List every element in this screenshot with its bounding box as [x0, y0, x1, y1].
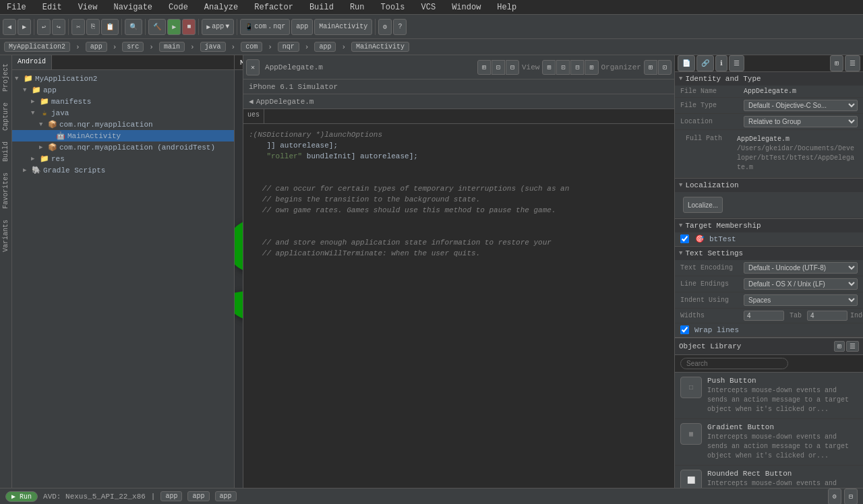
bttest-checkbox[interactable] [680, 234, 689, 243]
menu-file[interactable]: File [3, 1, 30, 13]
menu-run[interactable]: Run [346, 1, 369, 13]
nqr-module-btn[interactable]: nqr [278, 42, 299, 52]
toolbar-paste[interactable]: 📋 [101, 19, 119, 35]
side-tab-favorites[interactable]: Favorites [1, 167, 11, 214]
activity-selector[interactable]: app [291, 19, 313, 35]
side-tab-capture[interactable]: Capture [1, 97, 11, 136]
text-encoding-dropdown[interactable]: Default - Unicode (UTF-8) [744, 262, 858, 274]
run-status-btn[interactable]: ▶ Run [5, 491, 38, 502]
menu-vcs[interactable]: VCS [417, 1, 440, 13]
menu-build[interactable]: Build [305, 1, 338, 13]
folder-icon: 📁 [31, 86, 42, 94]
obj-library-search[interactable] [680, 358, 788, 369]
side-tab-build[interactable]: Build [1, 136, 11, 167]
tree-item-app[interactable]: ▼ 📁 app [12, 84, 234, 96]
status-term-btn[interactable]: ⊟ [844, 489, 858, 505]
toolbar-back[interactable]: ◀ [3, 19, 16, 35]
location-dropdown[interactable]: Relative to Group [744, 116, 858, 127]
wrap-lines-checkbox[interactable] [680, 325, 689, 334]
toolbar-redo[interactable]: ↪ [52, 19, 65, 35]
menu-navigate[interactable]: Navigate [109, 1, 156, 13]
tab-label: Tab [790, 312, 802, 319]
toolbar-settings[interactable]: ⚙ [378, 19, 392, 35]
left-tab-android[interactable]: Android [12, 55, 52, 69]
tree-item-package[interactable]: ▼ 📦 com.nqr.myapplication [12, 119, 234, 130]
main-module-btn[interactable]: main [159, 42, 185, 52]
tree-item-root[interactable]: ▼ 📁 MyApplication2 [12, 73, 234, 84]
com-module-btn[interactable]: com [241, 42, 262, 52]
device-selector[interactable]: 📱 com . nqr [240, 19, 290, 35]
tab-mainactivity[interactable]: MainActivity.java ✕ [235, 55, 243, 69]
tree-item-mainactivity[interactable]: 🤖 MainActivity [12, 130, 234, 141]
app-module2-btn[interactable]: app [314, 42, 336, 52]
obj-lib-grid-btn[interactable]: ⊞ [834, 341, 845, 352]
view-btn-2[interactable]: ⊡ [492, 60, 505, 75]
file-type-dropdown[interactable]: Default - Objective-C So... [744, 100, 858, 111]
localization-header[interactable]: ▼ Localization [675, 179, 863, 192]
toolbar-search[interactable]: 🔍 [125, 19, 142, 35]
editor-btn-4[interactable]: ⊞ [585, 60, 598, 75]
tree-item-gradle[interactable]: ▶ 🐘 Gradle Scripts [12, 164, 234, 176]
window-close-btn[interactable]: ✕ [246, 59, 260, 75]
app-status-label[interactable]: app [160, 491, 182, 501]
insp-file-btn[interactable]: 📄 [678, 55, 695, 71]
editor-btn-2[interactable]: ⊡ [556, 60, 570, 75]
toolbar-build[interactable]: 🔨 [148, 19, 166, 35]
toolbar-forward[interactable]: ▶ [18, 19, 31, 35]
menu-window[interactable]: Window [448, 1, 485, 13]
insp-list2-btn[interactable]: ☰ [845, 55, 860, 71]
toolbar-run[interactable]: ▶ [167, 19, 181, 35]
menu-refactor[interactable]: Refactor [250, 1, 297, 13]
toolbar-stop[interactable]: ■ [182, 19, 196, 35]
target-membership-header[interactable]: ▼ Target Membership [675, 219, 863, 232]
toolbar-copy[interactable]: ⎘ [86, 19, 100, 35]
tree-item-androidtest[interactable]: ▶ 📦 com.nqr.myapplication (androidTest) [12, 141, 234, 153]
side-tab-variants[interactable]: Variants [1, 214, 11, 257]
app-status-label2[interactable]: app [187, 491, 209, 501]
menu-view[interactable]: View [74, 1, 102, 13]
text-settings-header[interactable]: ▼ Text Settings [675, 247, 863, 260]
menu-help[interactable]: Help [493, 1, 520, 13]
toolbar-cut[interactable]: ✂ [71, 19, 85, 35]
insp-link-btn[interactable]: 🔗 [696, 55, 714, 71]
tab-width-input[interactable] [744, 311, 784, 321]
menu-code[interactable]: Code [165, 1, 192, 13]
side-tab-project[interactable]: Project [1, 58, 11, 97]
view-btn-1[interactable]: ⊞ [477, 60, 491, 75]
indent-width-input[interactable] [807, 311, 847, 321]
identity-type-header[interactable]: ▼ Identity and Type [675, 72, 863, 86]
right-btn-2[interactable]: ⊡ [658, 60, 672, 75]
menu-tools[interactable]: Tools [377, 1, 409, 13]
project-name-btn[interactable]: MyApplication2 [4, 42, 70, 52]
status-settings-btn[interactable]: ⚙ [828, 489, 841, 505]
tree-item-java[interactable]: ▼ ☕ java [12, 107, 234, 119]
toolbar-undo[interactable]: ↩ [37, 19, 51, 35]
menu-edit[interactable]: Edit [38, 1, 66, 13]
toolbar-terminal[interactable]: ? [393, 19, 407, 35]
run-config-selector[interactable]: ▶ app ▼ [202, 19, 234, 35]
main-activity-selector[interactable]: MainActivity [314, 19, 372, 35]
view-btn-3[interactable]: ⊟ [506, 60, 519, 75]
obj-lib-list-btn[interactable]: ☰ [846, 341, 859, 352]
tree-item-manifests[interactable]: ▶ 📁 manifests [12, 96, 234, 107]
editor-btn-3[interactable]: ⊟ [570, 60, 584, 75]
right-code[interactable]: :(NSDictionary *)launchOptions ]] autore… [243, 124, 674, 488]
insp-grid-btn[interactable]: ⊞ [830, 55, 843, 71]
main-activity-btn[interactable]: MainActivity [351, 42, 409, 52]
indent-using-dropdown[interactable]: Spaces [744, 294, 858, 306]
editor-btn-1[interactable]: ⊞ [542, 60, 556, 75]
insp-list-btn[interactable]: ☰ [729, 55, 744, 71]
rp-tab-file[interactable]: ues [243, 109, 264, 123]
app-status-label3[interactable]: app [215, 491, 237, 501]
src-module-btn[interactable]: src [122, 42, 144, 52]
insp-info-btn[interactable]: ℹ [715, 55, 727, 71]
device-icon: 📱 [245, 23, 253, 31]
menu-analyze[interactable]: Analyze [200, 1, 242, 13]
java-module-btn[interactable]: java [200, 42, 226, 52]
right-btn-1[interactable]: ⊞ [644, 60, 657, 75]
line-endings-dropdown[interactable]: Default - OS X / Unix (LF) [744, 278, 858, 290]
app-module-btn[interactable]: app [86, 42, 107, 52]
breadcrumb-bar: ◀ AppDelegate.m [243, 94, 674, 109]
tree-item-res[interactable]: ▶ 📁 res [12, 153, 234, 164]
localize-button[interactable]: Localize... [683, 197, 723, 213]
